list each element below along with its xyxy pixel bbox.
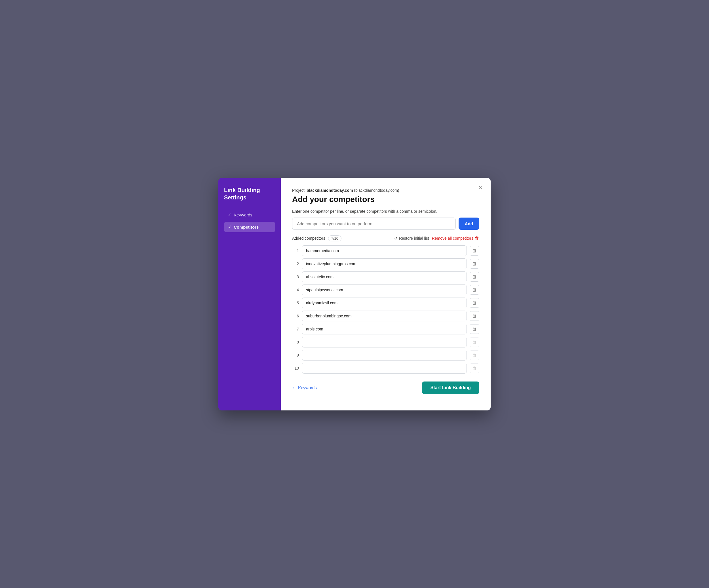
competitors-header: Added competitors 7/10 ↺ Restore initial… xyxy=(292,235,479,241)
keywords-check-icon: ✓ xyxy=(228,212,231,217)
trash-icon: 🗑 xyxy=(472,353,477,358)
competitor-field-7[interactable] xyxy=(302,324,467,334)
competitor-field-8[interactable] xyxy=(302,337,467,348)
remove-all-button[interactable]: Remove all competitors 🗑 xyxy=(432,236,479,241)
row-number: 5 xyxy=(292,301,299,305)
delete-button-7[interactable]: 🗑 xyxy=(470,324,479,334)
count-badge: 7/10 xyxy=(328,235,341,241)
row-number: 3 xyxy=(292,275,299,279)
row-number: 4 xyxy=(292,288,299,292)
trash-icon: 🗑 xyxy=(472,366,477,371)
delete-button-2[interactable]: 🗑 xyxy=(470,259,479,269)
delete-button-8: 🗑 xyxy=(470,337,479,347)
sidebar-item-keywords[interactable]: ✓ Keywords xyxy=(224,210,275,220)
add-button[interactable]: Add xyxy=(458,218,479,230)
sidebar-item-competitors[interactable]: ✓ Competitors xyxy=(224,222,275,232)
table-row: 7🗑 xyxy=(292,324,479,334)
trash-icon: 🗑 xyxy=(472,261,477,266)
start-link-building-button[interactable]: Start Link Building xyxy=(422,382,479,394)
competitors-list: 1🗑2🗑3🗑4🗑5🗑6🗑7🗑8🗑9🗑10🗑 xyxy=(292,245,479,374)
back-button-label: Keywords xyxy=(298,385,317,390)
trash-icon: 🗑 xyxy=(472,313,477,318)
delete-button-6[interactable]: 🗑 xyxy=(470,311,479,321)
table-row: 2🗑 xyxy=(292,258,479,269)
sidebar-keywords-label: Keywords xyxy=(234,212,253,217)
table-row: 3🗑 xyxy=(292,272,479,282)
main-input-row: Add xyxy=(292,218,479,230)
table-row: 8🗑 xyxy=(292,337,479,348)
modal-wrapper: Link Building Settings ✓ Keywords ✓ Comp… xyxy=(218,178,491,410)
back-button[interactable]: ← Keywords xyxy=(292,385,317,390)
restore-icon: ↺ xyxy=(394,236,398,240)
row-number: 7 xyxy=(292,327,299,331)
table-row: 10🗑 xyxy=(292,363,479,374)
trash-icon: 🗑 xyxy=(472,327,477,332)
row-number: 1 xyxy=(292,249,299,253)
project-name: blackdiamondtoday.com xyxy=(307,188,353,193)
table-row: 9🗑 xyxy=(292,350,479,360)
delete-button-3[interactable]: 🗑 xyxy=(470,272,479,282)
competitor-field-6[interactable] xyxy=(302,311,467,322)
trash-icon: 🗑 xyxy=(472,274,477,279)
project-domain: (blackdiamondtoday.com) xyxy=(354,188,399,193)
delete-button-9: 🗑 xyxy=(470,350,479,360)
row-number: 10 xyxy=(292,366,299,370)
delete-button-4[interactable]: 🗑 xyxy=(470,285,479,295)
row-number: 9 xyxy=(292,353,299,357)
table-row: 4🗑 xyxy=(292,284,479,295)
restore-label: Restore initial list xyxy=(399,236,429,240)
delete-button-1[interactable]: 🗑 xyxy=(470,246,479,256)
row-number: 6 xyxy=(292,314,299,318)
instruction-text: Enter one competitor per line, or separa… xyxy=(292,209,479,213)
main-content: × Project: blackdiamondtoday.com (blackd… xyxy=(281,178,491,410)
remove-all-label: Remove all competitors xyxy=(432,236,473,240)
competitor-field-1[interactable] xyxy=(302,245,467,256)
footer-row: ← Keywords Start Link Building xyxy=(292,382,479,394)
trash-icon-red: 🗑 xyxy=(475,236,479,241)
competitors-check-icon: ✓ xyxy=(228,225,231,229)
trash-icon: 🗑 xyxy=(472,248,477,253)
table-row: 5🗑 xyxy=(292,298,479,308)
row-number: 8 xyxy=(292,340,299,344)
row-number: 2 xyxy=(292,261,299,266)
trash-icon: 🗑 xyxy=(472,300,477,306)
competitor-field-9[interactable] xyxy=(302,350,467,360)
trash-icon: 🗑 xyxy=(472,287,477,292)
added-competitors-label: Added competitors xyxy=(292,236,325,240)
project-label: Project: blackdiamondtoday.com (blackdia… xyxy=(292,188,479,193)
competitor-main-input[interactable] xyxy=(292,218,456,230)
page-title: Add your competitors xyxy=(292,195,479,204)
back-arrow-icon: ← xyxy=(292,385,296,390)
sidebar-competitors-label: Competitors xyxy=(234,225,259,229)
close-button[interactable]: × xyxy=(476,183,485,192)
competitor-field-2[interactable] xyxy=(302,258,467,269)
competitor-field-4[interactable] xyxy=(302,284,467,295)
sidebar: Link Building Settings ✓ Keywords ✓ Comp… xyxy=(218,178,281,410)
delete-button-10: 🗑 xyxy=(470,363,479,373)
trash-icon: 🗑 xyxy=(472,339,477,344)
table-row: 1🗑 xyxy=(292,245,479,256)
delete-button-5[interactable]: 🗑 xyxy=(470,298,479,308)
competitor-field-3[interactable] xyxy=(302,272,467,282)
restore-button[interactable]: ↺ Restore initial list xyxy=(394,236,429,240)
table-row: 6🗑 xyxy=(292,311,479,322)
competitor-field-10[interactable] xyxy=(302,363,467,374)
sidebar-title: Link Building Settings xyxy=(224,186,275,201)
competitor-field-5[interactable] xyxy=(302,298,467,308)
